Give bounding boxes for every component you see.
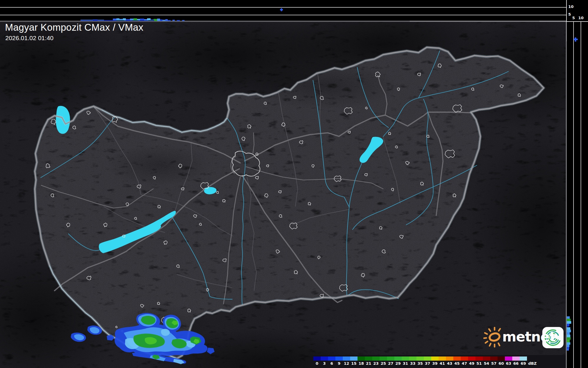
- radar-map: [0, 0, 588, 368]
- sun-icon: [484, 328, 500, 347]
- dbz-scale: 0369121518212325272931333537394143454749…: [310, 355, 566, 368]
- top-axis-label-5: 5: [568, 12, 571, 17]
- right-axis-label-5: 5: [571, 16, 576, 20]
- metnet-logo[interactable]: metnet: [483, 325, 566, 351]
- metnet-logo-text: metnet: [502, 329, 556, 345]
- right-gridline-5km: [573, 22, 574, 368]
- right-axis-line: [566, 0, 567, 22]
- page-title: Magyar Kompozit CMax / VMax: [5, 22, 143, 33]
- dbz-scale-cells: [313, 356, 527, 361]
- vmax-top-profile: [0, 0, 566, 21]
- right-gridline-10km: [581, 22, 581, 368]
- top-gridline-10km: [0, 7, 566, 8]
- timestamp: 2026.01.02 01:40: [5, 35, 54, 42]
- right-topline: [566, 21, 588, 22]
- top-gridline-5km: [0, 15, 566, 15]
- dbz-scale-labels: 0369121518212325272931333537394143454749…: [313, 361, 537, 366]
- vmax-right-profile: [566, 0, 588, 368]
- right-axis-label-10: 10: [578, 16, 584, 20]
- radar-viewer: Magyar Kompozit CMax / VMax 2026.01.02 0…: [0, 0, 588, 368]
- top-axis-label-10: 10: [568, 4, 574, 9]
